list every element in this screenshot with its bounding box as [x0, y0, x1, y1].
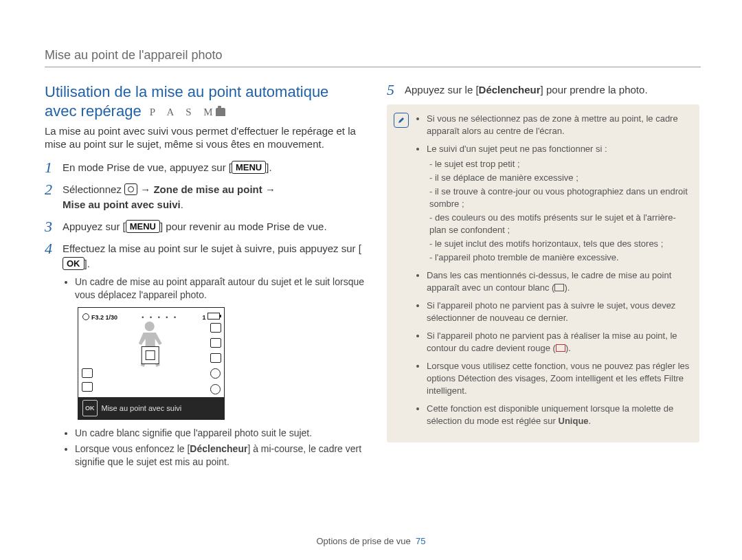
step-1: 1 En mode Prise de vue, appuyez sur [MEN…: [45, 160, 368, 175]
text-bold: Zone de mise au point: [153, 183, 262, 195]
mode-indicators: P A S M: [150, 107, 225, 117]
step-5: 5 Appuyez sur le [Déclencheur] pour pren…: [387, 82, 699, 98]
overlay-icon: [210, 323, 221, 333]
text: .: [181, 199, 183, 210]
text-bold: Mise au point avec suivi: [63, 199, 181, 210]
text: ] pour revenir au mode Prise de vue.: [160, 221, 327, 232]
battery-icon: [207, 313, 220, 320]
mode-letters: P A S M: [150, 107, 218, 117]
text: Dans les cas mentionnés ci-dessus, le ca…: [427, 270, 671, 293]
sub-bullets: Un cadre blanc signifie que l'appareil p…: [63, 427, 368, 469]
text-bold: Déclencheur: [479, 84, 541, 96]
divider: [45, 67, 701, 67]
info-list: Si vous ne sélectionnez pas de zone à me…: [416, 113, 690, 427]
manual-page: Mise au point de l'appareil photo Utilis…: [0, 0, 742, 560]
right-icons: [210, 323, 221, 394]
exposure-text: F3.2 1/30: [91, 314, 117, 321]
menu-button-icon: MENU: [126, 220, 160, 233]
sub-bullets: Un cadre de mise au point apparaît autou…: [63, 276, 368, 302]
list-item: Dans les cas mentionnés ci-dessus, le ca…: [427, 269, 690, 294]
left-column: Utilisation de la mise au point automati…: [45, 82, 368, 481]
text: →: [262, 183, 276, 195]
red-frame-icon: [556, 344, 565, 352]
camera-left-info: F3.2 1/30: [82, 310, 117, 325]
text: Cette fonction est disponible uniquement…: [427, 403, 673, 426]
menu-button-icon: MENU: [232, 161, 266, 174]
list-item: Cette fonction est disponible uniquement…: [427, 403, 690, 427]
caption-text: Mise au point avec suivi: [102, 401, 182, 416]
step-number: 3: [45, 219, 56, 234]
camera-icon: [124, 183, 137, 195]
step-number: 4: [45, 241, 56, 474]
step-body: Appuyez sur le [Déclencheur] pour prendr…: [405, 82, 699, 98]
text: ] pour prendre la photo.: [541, 84, 648, 96]
list-item: Un cadre blanc signifie que l'appareil p…: [75, 427, 368, 440]
title-line-1: Utilisation de la mise au point automati…: [45, 83, 328, 100]
list-item: Si l'appareil photo ne parvient pas à ré…: [427, 330, 690, 355]
text: En mode Prise de vue, appuyez sur [: [63, 161, 232, 173]
list-item: Le suivi d'un sujet peut ne pas fonction…: [427, 143, 690, 264]
steps-list: 1 En mode Prise de vue, appuyez sur [MEN…: [45, 160, 368, 474]
right-column: 5 Appuyez sur le [Déclencheur] pour pren…: [387, 82, 699, 481]
step-number: 2: [45, 182, 56, 212]
section-title: Utilisation de la mise au point automati…: [45, 82, 368, 122]
list-item: il se déplace de manière excessive ;: [429, 172, 690, 184]
text: ].: [85, 258, 90, 269]
text: ).: [565, 343, 571, 353]
camera-viewfinder: F3.2 1/30 • • • • • 1: [78, 308, 224, 397]
ok-button-icon: OK: [63, 257, 85, 270]
list-item: Lorsque vous utilisez cette fonction, vo…: [427, 360, 690, 397]
mode-dot-icon: [82, 313, 89, 320]
list-item: Lorsque vous enfoncez le [Déclencheur] à…: [75, 443, 368, 469]
step-body: Appuyez sur [MENU] pour revenir au mode …: [63, 219, 368, 234]
step-4: 4 Effectuez la mise au point sur le suje…: [45, 241, 368, 474]
list-item: le sujet est trop petit ;: [429, 158, 690, 170]
step-body: En mode Prise de vue, appuyez sur [MENU]…: [63, 160, 368, 175]
overlay-icon: [82, 368, 93, 378]
list-item: l'appareil photo tremble de manière exce…: [429, 251, 690, 264]
list-item: Si vous ne sélectionnez pas de zone à me…: [427, 113, 690, 137]
overlay-icon: [82, 382, 93, 392]
text: Sélectionnez: [63, 183, 124, 195]
page-number: 75: [416, 536, 425, 546]
step-number: 5: [387, 82, 398, 98]
list-item: le sujet inclut des motifs horizontaux, …: [429, 238, 690, 250]
overlay-icon: [210, 384, 221, 394]
list-item: il se trouve à contre-jour ou vous photo…: [429, 186, 690, 210]
list-item: Si l'appareil photo ne parvient pas à su…: [427, 300, 690, 324]
footer-label: Options de prise de vue: [316, 536, 410, 546]
list-item: Un cadre de mise au point apparaît autou…: [75, 276, 368, 302]
breadcrumb: Mise au point de l'appareil photo: [45, 48, 701, 63]
title-line-2: avec repérage: [45, 102, 142, 120]
white-frame-icon: [554, 284, 564, 291]
overlay-icon: [210, 338, 221, 348]
text: Le suivi d'un sujet peut ne pas fonction…: [427, 144, 607, 154]
note-icon: [394, 113, 409, 128]
intro-paragraph: La mise au point avec suivi vous permet …: [45, 124, 368, 150]
text: Appuyez sur le [: [405, 84, 479, 96]
overlay-icon: [210, 353, 221, 363]
overlay-icon: [210, 368, 221, 379]
step-number: 1: [45, 160, 56, 175]
camera-preview: F3.2 1/30 • • • • • 1: [78, 307, 225, 420]
step-body: Sélectionnez → Zone de mise au point → M…: [63, 182, 368, 212]
ok-chip-icon: OK: [82, 400, 98, 416]
content-columns: Utilisation de la mise au point automati…: [45, 82, 701, 481]
left-icons: [82, 368, 93, 392]
page-footer: Options de prise de vue 75: [0, 536, 742, 546]
shot-count: 1: [202, 314, 205, 321]
text: Effectuez la mise au point sur le sujet …: [63, 243, 361, 254]
info-sublist: le sujet est trop petit ; il se déplace …: [427, 158, 690, 264]
text-bold: Déclencheur: [190, 443, 247, 454]
text: Appuyez sur [: [63, 221, 126, 232]
text: ].: [266, 161, 271, 173]
info-card: Si vous ne sélectionnez pas de zone à me…: [387, 104, 699, 443]
text: ).: [564, 282, 570, 293]
steps-list: 5 Appuyez sur le [Déclencheur] pour pren…: [387, 82, 699, 98]
camera-mode-icon: [216, 108, 225, 116]
focus-box-icon: [142, 346, 159, 364]
step-2: 2 Sélectionnez → Zone de mise au point →…: [45, 182, 368, 212]
text: Si l'appareil photo ne parvient pas à ré…: [427, 331, 677, 353]
text: .: [589, 416, 592, 426]
step-body: Effectuez la mise au point sur le sujet …: [63, 241, 368, 474]
